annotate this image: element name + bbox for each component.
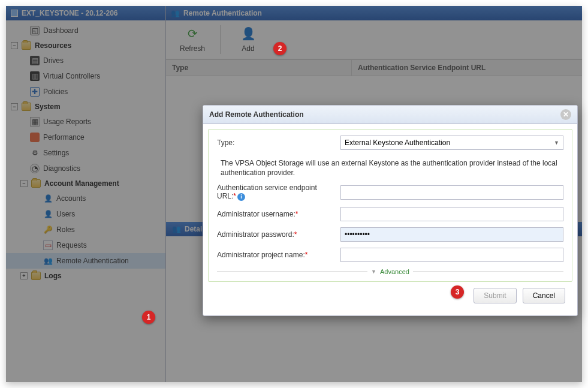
add-remote-auth-dialog: Add Remote Authentication ✕ Type: Extern…	[203, 105, 578, 316]
admin-project-input[interactable]	[340, 248, 563, 262]
divider	[413, 271, 563, 272]
endpoint-input[interactable]	[340, 185, 563, 200]
cancel-button[interactable]: Cancel	[523, 288, 565, 303]
submit-button[interactable]: Submit	[474, 288, 516, 303]
dialog-body: Type: External Keystone Authentication ▼…	[203, 124, 577, 315]
type-select[interactable]: External Keystone Authentication ▼	[340, 136, 563, 150]
info-icon[interactable]: i	[237, 193, 245, 201]
advanced-label: Advanced	[380, 268, 409, 275]
label-endpoint-text: Authentication service endpoint URL:	[217, 184, 317, 200]
label-admin-password: Administrator password:*	[217, 230, 336, 239]
label-admin-username: Administrator username:*	[217, 210, 336, 218]
row-admin-password: Administrator password:*	[217, 227, 563, 242]
advanced-section-toggle[interactable]: ▼ Advanced	[217, 268, 563, 275]
row-admin-project: Administrator project name:*	[217, 248, 563, 262]
close-icon[interactable]: ✕	[560, 109, 571, 120]
chevron-down-icon: ▼	[554, 140, 559, 146]
chevron-down-icon: ▼	[371, 269, 376, 275]
row-type: Type: External Keystone Authentication ▼	[217, 136, 563, 150]
dialog-title: Add Remote Authentication	[209, 110, 304, 119]
dialog-form: Type: External Keystone Authentication ▼…	[208, 129, 572, 282]
label-admin-password-text: Administrator password:	[217, 230, 294, 239]
row-endpoint: Authentication service endpoint URL:*i	[217, 184, 563, 201]
annotation-badge-1: 1	[142, 311, 155, 324]
admin-username-input[interactable]	[340, 207, 563, 221]
annotation-badge-2: 2	[273, 42, 287, 55]
type-select-value: External Keystone Authentication	[345, 139, 450, 147]
dialog-buttons: Submit Cancel	[208, 282, 572, 311]
dialog-description: The VPSA Object Storage will use an exte…	[217, 156, 563, 184]
divider	[217, 271, 367, 272]
dialog-titlebar[interactable]: Add Remote Authentication ✕	[203, 106, 577, 124]
annotation-badge-3: 3	[451, 285, 464, 299]
row-admin-username: Administrator username:*	[217, 207, 563, 221]
label-type: Type:	[217, 139, 336, 147]
label-admin-project-text: Administrator project name:	[217, 251, 305, 259]
admin-password-input[interactable]	[340, 227, 563, 242]
label-endpoint: Authentication service endpoint URL:*i	[217, 184, 336, 201]
label-admin-username-text: Administrator username:	[217, 210, 295, 218]
label-admin-project: Administrator project name:*	[217, 251, 336, 259]
